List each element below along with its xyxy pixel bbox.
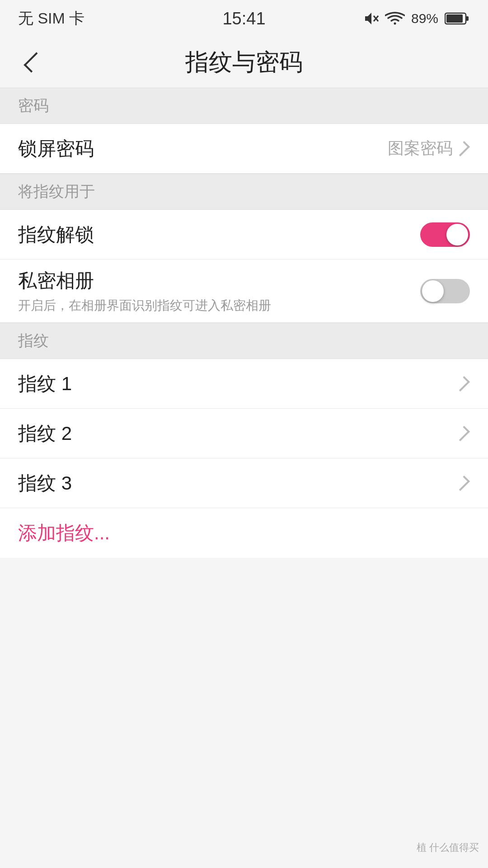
fingerprint-3-label: 指纹 3 xyxy=(18,471,72,496)
private-album-left: 私密相册 开启后，在相册界面识别指纹可进入私密相册 xyxy=(18,268,271,314)
lock-screen-password-right: 图案密码 xyxy=(388,137,470,160)
lock-screen-password-left: 锁屏密码 xyxy=(18,136,94,161)
fingerprint-unlock-toggle-knob xyxy=(446,224,468,245)
password-section-label: 密码 xyxy=(18,95,49,116)
fingerprint-unlock-toggle[interactable] xyxy=(420,222,470,247)
fingerprint-1-item[interactable]: 指纹 1 xyxy=(0,359,488,409)
fingerprint-unlock-left: 指纹解锁 xyxy=(18,222,94,247)
fingerprint-3-item[interactable]: 指纹 3 xyxy=(0,458,488,508)
battery-icon xyxy=(445,12,470,25)
fingerprint-use-section-header: 将指纹用于 xyxy=(0,174,488,210)
fingerprint-unlock-right xyxy=(420,222,470,247)
lock-screen-chevron-icon xyxy=(455,141,470,156)
fingerprint-2-left: 指纹 2 xyxy=(18,421,72,446)
private-album-item: 私密相册 开启后，在相册界面识别指纹可进入私密相册 xyxy=(0,259,488,323)
fingerprint-3-left: 指纹 3 xyxy=(18,471,72,496)
password-section-header: 密码 xyxy=(0,88,488,124)
svg-rect-4 xyxy=(446,14,463,23)
status-time: 15:41 xyxy=(222,9,265,28)
fingerprint-use-section-label: 将指纹用于 xyxy=(18,181,95,202)
fingerprint-3-right xyxy=(458,476,470,490)
fingerprint-2-chevron-icon xyxy=(455,426,470,441)
add-fingerprint-item[interactable]: 添加指纹... xyxy=(0,508,488,558)
fingerprint-unlock-label: 指纹解锁 xyxy=(18,222,94,247)
fingerprint-2-label: 指纹 2 xyxy=(18,421,72,446)
watermark: 植 什么值得买 xyxy=(417,841,479,854)
fingerprint-section-header: 指纹 xyxy=(0,323,488,359)
private-album-toggle-knob xyxy=(422,280,444,302)
fingerprint-section-label: 指纹 xyxy=(18,330,49,351)
private-album-right xyxy=(420,279,470,303)
fingerprint-1-right xyxy=(458,377,470,391)
status-right-icons: 89% xyxy=(363,11,470,26)
back-button[interactable] xyxy=(18,49,45,76)
private-album-label: 私密相册 xyxy=(18,268,271,293)
fingerprint-unlock-item: 指纹解锁 xyxy=(0,210,488,259)
status-bar: 无 SIM 卡 15:41 89% xyxy=(0,0,488,37)
lock-screen-password-item[interactable]: 锁屏密码 图案密码 xyxy=(0,124,488,174)
fingerprint-3-chevron-icon xyxy=(455,476,470,491)
add-fingerprint-label: 添加指纹... xyxy=(18,520,110,546)
private-album-sublabel: 开启后，在相册界面识别指纹可进入私密相册 xyxy=(18,297,271,314)
private-album-toggle[interactable] xyxy=(420,279,470,303)
sim-status: 无 SIM 卡 xyxy=(18,8,84,29)
mute-icon xyxy=(363,11,379,26)
fingerprint-1-chevron-icon xyxy=(455,376,470,392)
wifi-icon xyxy=(385,11,405,26)
page-header: 指纹与密码 xyxy=(0,37,488,88)
fingerprint-2-item[interactable]: 指纹 2 xyxy=(0,409,488,458)
fingerprint-2-right xyxy=(458,427,470,440)
lock-screen-password-label: 锁屏密码 xyxy=(18,136,94,161)
page-title: 指纹与密码 xyxy=(185,47,303,78)
fingerprint-1-label: 指纹 1 xyxy=(18,371,72,396)
fingerprint-1-left: 指纹 1 xyxy=(18,371,72,396)
back-chevron-icon xyxy=(23,52,44,72)
svg-rect-3 xyxy=(466,16,469,21)
lock-screen-password-value: 图案密码 xyxy=(388,137,453,160)
battery-percent: 89% xyxy=(411,11,438,26)
